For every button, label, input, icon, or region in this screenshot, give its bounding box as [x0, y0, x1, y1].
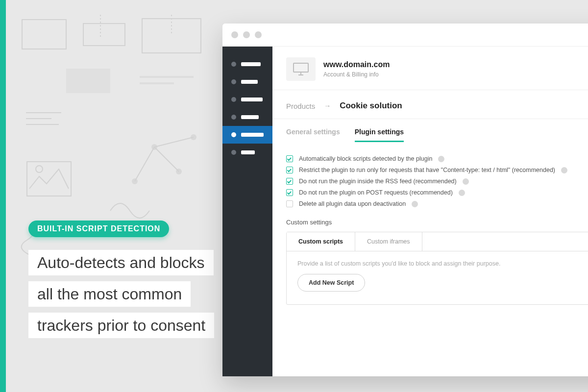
svg-point-17: [36, 166, 43, 172]
svg-line-14: [135, 147, 154, 181]
check-icon: [287, 190, 292, 195]
svg-rect-1: [83, 24, 125, 46]
checkbox[interactable]: [286, 189, 293, 196]
tab-general-settings[interactable]: General settings: [286, 128, 340, 142]
svg-line-13: [154, 147, 179, 172]
svg-rect-4: [140, 76, 194, 78]
site-subtitle[interactable]: Account & Billing info: [323, 71, 390, 78]
tab-custom-iframes[interactable]: Custom iframes: [355, 232, 422, 251]
checkbox[interactable]: [286, 200, 293, 207]
option-label: Do not run the plugin inside the RSS fee…: [299, 178, 457, 185]
app-window: www.domain.com Account & Billing info Yo…: [222, 24, 588, 376]
option-label: Automatically block scripts detected by …: [299, 155, 432, 162]
plugin-options: Automatically block scripts detected by …: [272, 142, 588, 216]
sidebar-dot-icon: [231, 97, 236, 102]
sidebar-item[interactable]: [222, 55, 272, 73]
checkbox[interactable]: [286, 155, 293, 162]
sidebar-item[interactable]: [222, 144, 272, 161]
help-icon[interactable]: [459, 190, 465, 196]
check-icon: [287, 179, 292, 183]
custom-tabs: Custom scripts Custom iframes: [287, 232, 588, 251]
breadcrumb: Products → Cookie solution: [272, 90, 588, 119]
monitor-icon: [286, 57, 316, 81]
check-icon: [287, 168, 292, 172]
svg-rect-2: [142, 19, 201, 53]
svg-rect-0: [22, 20, 66, 49]
tab-plugin-settings[interactable]: Plugin settings: [355, 128, 404, 142]
sidebar-dot-icon: [231, 79, 236, 84]
add-new-script-button[interactable]: Add New Script: [297, 274, 365, 292]
checkbox[interactable]: [286, 167, 293, 173]
sidebar-item-placeholder: [241, 80, 258, 84]
option-row: Automatically block scripts detected by …: [286, 155, 588, 162]
accent-bar: [0, 0, 6, 392]
help-icon[interactable]: [463, 178, 469, 185]
svg-rect-16: [27, 162, 71, 196]
traffic-light-dot[interactable]: [243, 31, 250, 38]
sidebar-item-placeholder: [241, 62, 261, 66]
sidebar-item[interactable]: [222, 91, 272, 108]
window-titlebar: [222, 24, 588, 46]
sidebar-item-placeholder: [241, 98, 263, 101]
svg-rect-18: [294, 63, 308, 72]
tab-custom-scripts[interactable]: Custom scripts: [287, 232, 355, 251]
sidebar-item[interactable]: [222, 108, 272, 126]
help-icon[interactable]: [561, 167, 567, 173]
site-domain: www.domain.com: [323, 60, 390, 69]
option-row: Do not run the plugin on POST requests (…: [286, 189, 588, 196]
sidebar: [222, 47, 272, 376]
sidebar-item[interactable]: [222, 73, 272, 91]
feature-pill: BUILT-IN SCRIPT DETECTION: [28, 220, 169, 237]
traffic-light-dot[interactable]: [231, 31, 238, 38]
headline-line: trackers prior to consent: [28, 313, 214, 338]
chevron-right-icon: →: [324, 102, 331, 110]
sidebar-item-placeholder: [241, 115, 259, 119]
svg-rect-3: [66, 69, 110, 93]
settings-tabs: General settings Plugin settings: [272, 119, 588, 142]
option-row: Do not run the plugin inside the RSS fee…: [286, 178, 588, 185]
check-icon: [287, 156, 292, 161]
option-label: Delete all plugin data upon deactivation: [299, 200, 406, 207]
svg-rect-5: [140, 82, 174, 84]
site-header: www.domain.com Account & Billing info Yo…: [272, 47, 588, 90]
svg-line-15: [154, 137, 194, 147]
headline-line: all the most common: [28, 281, 191, 307]
sidebar-item-placeholder: [241, 150, 255, 154]
headline: Auto-detects and blocks all the most com…: [28, 250, 214, 344]
main-panel: www.domain.com Account & Billing info Yo…: [272, 47, 588, 376]
sidebar-dot-icon: [231, 150, 236, 155]
headline-line: Auto-detects and blocks: [28, 250, 214, 275]
option-label: Do not run the plugin on POST requests (…: [299, 189, 453, 196]
sidebar-dot-icon: [231, 115, 236, 120]
traffic-light-dot[interactable]: [255, 31, 262, 38]
marketing-overlay: BUILT-IN SCRIPT DETECTION Auto-detects a…: [28, 220, 214, 344]
custom-settings-label: Custom settings: [272, 216, 588, 230]
custom-scripts-note: Provide a list of custom scripts you'd l…: [297, 260, 588, 267]
breadcrumb-current: Cookie solution: [340, 101, 402, 111]
option-row: Delete all plugin data upon deactivation: [286, 200, 588, 207]
help-icon[interactable]: [438, 156, 444, 162]
sidebar-dot-icon: [231, 132, 236, 137]
sidebar-item-placeholder: [241, 133, 264, 137]
sidebar-item[interactable]: [222, 126, 272, 144]
breadcrumb-root[interactable]: Products: [286, 102, 315, 110]
option-label: Restrict the plugin to run only for requ…: [299, 167, 555, 173]
help-icon[interactable]: [412, 201, 418, 207]
checkbox[interactable]: [286, 178, 293, 185]
custom-settings-box: Custom scripts Custom iframes Provide a …: [286, 232, 588, 305]
sidebar-dot-icon: [231, 62, 236, 67]
option-row: Restrict the plugin to run only for requ…: [286, 167, 588, 173]
